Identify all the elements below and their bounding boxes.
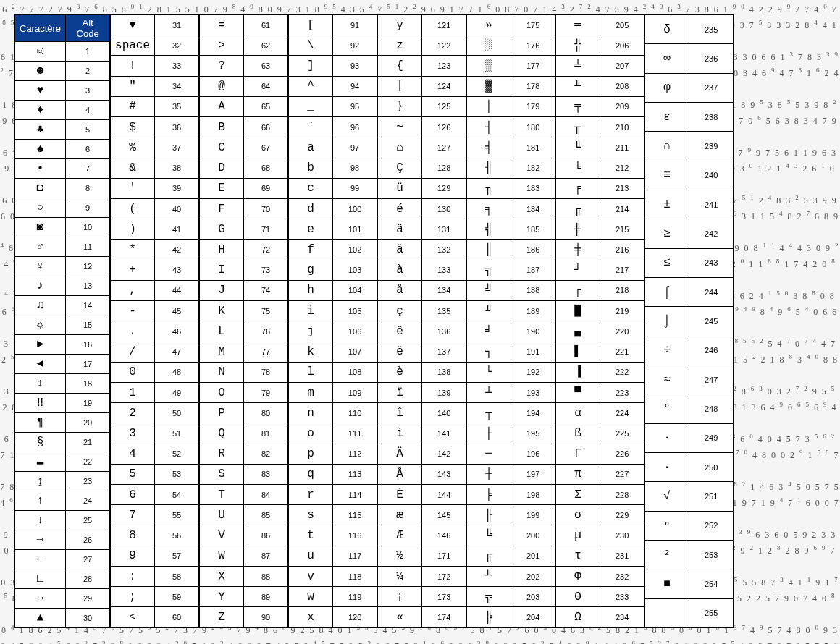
table-row: ≤243 [645, 248, 734, 277]
table-row: '39 [111, 178, 199, 198]
char-cell: % [111, 137, 155, 158]
char-cell: r [289, 485, 333, 505]
table-row: ±241 [645, 190, 734, 219]
code-cell: 103 [333, 260, 377, 280]
table-row: ÷246 [645, 336, 734, 365]
table-row: ç135 [378, 301, 466, 321]
code-cell: 63 [244, 56, 288, 76]
char-cell: Ç [378, 158, 422, 178]
code-cell: 224 [600, 403, 644, 423]
char-cell: · [645, 452, 689, 481]
char-cell: F [200, 198, 244, 219]
table-row: ╓214 [556, 198, 644, 219]
char-cell: i [289, 301, 333, 321]
code-cell: 205 [600, 15, 644, 35]
code-cell: 91 [333, 15, 377, 35]
code-cell: 246 [689, 336, 734, 365]
code-cell: 64 [244, 76, 288, 96]
code-cell: 50 [155, 403, 199, 423]
code-cell: 180 [511, 117, 555, 137]
table-row: ♣5 [15, 120, 110, 140]
table-row: ►16 [15, 335, 110, 355]
table-row: @64 [200, 76, 288, 96]
code-cell: 139 [422, 382, 466, 402]
table-row: ╤209 [556, 96, 644, 116]
table-row: ╖183 [467, 178, 555, 198]
char-cell: ─ [467, 444, 511, 464]
code-cell: 174 [422, 607, 466, 628]
char-cell: ╟ [467, 505, 511, 525]
code-cell: 141 [422, 423, 466, 444]
table-row: 553 [111, 464, 199, 484]
table-row: k107 [289, 342, 377, 362]
char-cell: e [289, 219, 333, 240]
table-row: f102 [289, 240, 377, 260]
alt-code-column: y121z122{123|124}125~126⌂127Ç128ü129é130… [377, 14, 466, 628]
table-row: 452 [111, 444, 199, 464]
table-row: a97 [289, 137, 377, 158]
char-cell: J [200, 280, 244, 300]
table-row: :58 [111, 566, 199, 586]
table-row: «174 [378, 607, 466, 628]
char-cell: ♫ [15, 296, 66, 315]
code-cell: 214 [600, 198, 644, 219]
char-cell: ╫ [556, 219, 600, 240]
char-cell: / [111, 342, 155, 362]
code-cell: 135 [422, 301, 466, 321]
table-row: c99 [289, 178, 377, 198]
code-cell: 31 [155, 15, 199, 35]
char-cell: δ [645, 15, 689, 44]
char-cell: W [200, 546, 244, 566]
char-cell: ] [289, 56, 333, 76]
code-cell: 112 [333, 444, 377, 464]
table-row: M77 [200, 342, 288, 362]
table-row: 755 [111, 505, 199, 525]
char-cell: j [289, 321, 333, 342]
char-cell: ♀ [15, 257, 66, 276]
code-cell: 25 [66, 511, 110, 530]
table-row: F70 [200, 198, 288, 219]
table-row: 149 [111, 382, 199, 402]
char-cell: | [378, 76, 422, 96]
char-cell: v [289, 566, 333, 586]
char-cell: Ω [556, 607, 600, 628]
char-cell: z [378, 35, 422, 56]
char-cell: y [378, 15, 422, 35]
table-row: %37 [111, 137, 199, 158]
char-cell: 7 [111, 505, 155, 525]
code-cell: 199 [511, 505, 555, 525]
table-row: ä132 [378, 240, 466, 260]
char-cell: ║ [467, 240, 511, 260]
code-cell: 110 [333, 403, 377, 423]
char-cell: ╒ [556, 178, 600, 198]
code-cell: 55 [155, 505, 199, 525]
char-cell: . [111, 321, 155, 342]
code-cell: 200 [511, 525, 555, 546]
code-cell: 81 [244, 423, 288, 444]
char-cell: ; [111, 587, 155, 607]
char-cell: ☻ [15, 62, 66, 81]
code-cell: 253 [689, 540, 734, 569]
code-cell: 192 [511, 362, 555, 382]
table-row: ┘217 [556, 260, 644, 280]
code-cell: 68 [244, 158, 288, 178]
code-cell: 130 [422, 198, 466, 219]
code-cell: 123 [422, 56, 466, 76]
char-cell: ╛ [467, 321, 511, 342]
code-cell: 15 [66, 315, 110, 335]
table-row: V86 [200, 525, 288, 546]
table-row: è138 [378, 362, 466, 382]
char-cell: ▲ [15, 609, 66, 628]
code-cell: 223 [600, 382, 644, 402]
table-row: j106 [289, 321, 377, 342]
code-cell: 187 [511, 260, 555, 280]
table-row: w119 [289, 587, 377, 607]
char-cell: n [289, 403, 333, 423]
code-cell: 45 [155, 301, 199, 321]
char-cell: g [289, 260, 333, 280]
table-row: `96 [289, 117, 377, 137]
code-cell: 79 [244, 382, 288, 402]
char-cell: ↑ [15, 491, 66, 511]
code-cell: 229 [600, 505, 644, 525]
table-row: Ω234 [556, 607, 644, 628]
